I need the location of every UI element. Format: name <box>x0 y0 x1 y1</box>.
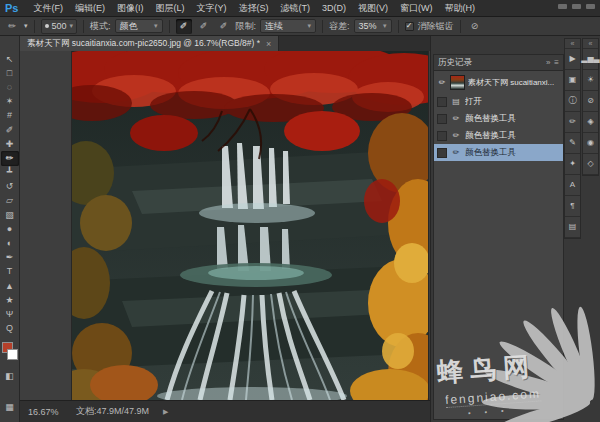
history-step-color-replace-3[interactable]: ✏ 颜色替换工具 <box>434 144 563 161</box>
document-tab-bar: 素材天下网 sucaitianxia.com-pic2650.jpg @ 16.… <box>20 36 430 51</box>
screen-mode-button[interactable]: ▦ <box>1 401 19 415</box>
histogram-panel-button[interactable]: ▂▅▃ <box>583 49 598 70</box>
expand-dock-icon[interactable]: « <box>583 39 598 49</box>
sampling-background-button[interactable]: ✐ <box>216 19 232 34</box>
zoom-tool[interactable]: Q <box>1 322 19 336</box>
menu-type[interactable]: 文字(Y) <box>190 0 232 17</box>
expand-dock-icon[interactable]: « <box>565 39 580 49</box>
menu-layer[interactable]: 图层(L) <box>149 0 190 17</box>
color-replacement-brush-tool[interactable]: ✏ <box>1 151 19 165</box>
tool-preset-picker[interactable]: ✏ <box>4 19 20 34</box>
eyedropper-tool[interactable]: ✐ <box>1 123 19 137</box>
status-flyout-icon[interactable]: ▶ <box>163 408 168 416</box>
clone-source-icon: ▣ <box>569 76 577 84</box>
marquee-tool[interactable]: □ <box>1 66 19 80</box>
history-step-color-replace-2[interactable]: ✏ 颜色替换工具 <box>434 127 563 144</box>
history-source-checkbox[interactable] <box>437 148 447 158</box>
healing-brush-tool[interactable]: ✚ <box>1 137 19 151</box>
shape-tool[interactable]: ★ <box>1 293 19 307</box>
history-panel-tab[interactable]: 历史记录 <box>438 57 472 69</box>
type-tool[interactable]: T <box>1 265 19 279</box>
document-tab[interactable]: 素材天下网 sucaitianxia.com-pic2650.jpg @ 16.… <box>20 36 279 51</box>
document-title: 素材天下网 sucaitianxia.com-pic2650.jpg @ 16.… <box>27 38 260 50</box>
quick-mask-button[interactable]: ◧ <box>1 370 19 384</box>
history-step-label: 颜色替换工具 <box>465 147 516 159</box>
path-selection-tool[interactable]: ▲ <box>1 279 19 293</box>
hand-tool[interactable]: Ψ <box>1 307 19 321</box>
menu-filter[interactable]: 滤镜(T) <box>274 0 316 17</box>
sampling-once-button[interactable]: ✐ <box>196 19 212 34</box>
tool-preset-arrow-icon[interactable]: ▾ <box>24 22 28 30</box>
brush-panel-button[interactable]: ✏ <box>565 112 580 133</box>
blur-tool[interactable]: ● <box>1 222 19 236</box>
minimize-button[interactable] <box>558 4 567 9</box>
chevron-down-icon: ▾ <box>383 22 387 30</box>
menu-select[interactable]: 选择(S) <box>232 0 274 17</box>
color-swatches <box>1 342 19 364</box>
tablet-pressure-button[interactable]: ⊘ <box>467 19 483 34</box>
menu-help[interactable]: 帮助(H) <box>438 0 481 17</box>
paths-panel-button[interactable]: ◇ <box>583 154 598 175</box>
tolerance-select[interactable]: 35% ▾ <box>354 19 392 33</box>
channels-icon: ◉ <box>587 139 594 147</box>
marquee-icon: □ <box>7 69 12 78</box>
canvas-image[interactable] <box>72 51 428 400</box>
menu-view[interactable]: 视图(V) <box>352 0 394 17</box>
layers-panel-button[interactable]: ◈ <box>583 112 598 133</box>
history-step-open[interactable]: ▤ 打开 <box>434 93 563 110</box>
pen-tool[interactable]: ✒ <box>1 251 19 265</box>
channels-panel-button[interactable]: ◉ <box>583 133 598 154</box>
move-icon: ↖ <box>6 55 14 64</box>
separator <box>322 20 323 33</box>
brush-presets-panel-button[interactable]: ✎ <box>565 133 580 154</box>
limits-select[interactable]: 连续 ▾ <box>260 19 316 33</box>
magic-wand-tool[interactable]: ✶ <box>1 95 19 109</box>
maximize-button[interactable] <box>572 4 581 9</box>
tool-options-bar: ✏ ▾ 500 ▾ 模式: 颜色 ▾ ✐ ✐ ✐ 限制: 连续 ▾ 容差: <box>0 17 600 36</box>
menu-window[interactable]: 窗口(W) <box>394 0 439 17</box>
zoom-level-field[interactable]: 16.67% <box>28 407 62 417</box>
clone-stamp-tool[interactable]: ┻ <box>1 166 19 180</box>
canvas-area[interactable] <box>20 51 430 400</box>
crop-tool[interactable]: # <box>1 109 19 123</box>
brush-size-picker[interactable]: 500 ▾ <box>41 19 78 34</box>
menu-edit[interactable]: 编辑(E) <box>69 0 111 17</box>
menu-image[interactable]: 图像(I) <box>111 0 150 17</box>
eraser-tool[interactable]: ▱ <box>1 194 19 208</box>
clone-source-panel-button[interactable]: ▣ <box>565 70 580 91</box>
history-step-color-replace-1[interactable]: ✏ 颜色替换工具 <box>434 110 563 127</box>
info-icon: ⓘ <box>569 97 577 105</box>
background-color-swatch[interactable] <box>7 349 18 360</box>
notes-panel-button[interactable]: ▤ <box>565 217 580 238</box>
dodge-tool[interactable]: ◐ <box>1 236 19 250</box>
collapse-panel-icon[interactable]: » <box>546 58 550 67</box>
menu-3d[interactable]: 3D(D) <box>316 0 352 17</box>
styles-panel-button[interactable]: ⊘ <box>583 91 598 112</box>
menu-file[interactable]: 文件(F) <box>27 0 69 17</box>
tab-close-icon[interactable]: × <box>266 39 271 49</box>
history-source-checkbox[interactable] <box>437 131 447 141</box>
eyedropper-icon: ✐ <box>6 126 14 135</box>
sampling-continuous-button[interactable]: ✐ <box>176 19 192 34</box>
history-source-checkbox[interactable] <box>437 97 447 107</box>
panel-menu-icon[interactable]: ≡ <box>554 58 559 67</box>
adjustments-panel-button[interactable]: ☀ <box>583 70 598 91</box>
actions-panel-button[interactable]: ▶ <box>565 49 580 70</box>
brush-presets-icon: ✎ <box>569 139 576 147</box>
info-panel-button[interactable]: ⓘ <box>565 91 580 112</box>
close-button[interactable] <box>586 4 595 9</box>
character-panel-button[interactable]: A <box>565 175 580 196</box>
antialias-checkbox[interactable]: ✓ <box>405 22 414 31</box>
sampling-once-icon: ✐ <box>200 21 208 31</box>
brush-icon: ✏ <box>450 148 462 157</box>
history-snapshot-row[interactable]: ✏ 素材天下网 sucaitianxi... <box>434 71 563 93</box>
tool-presets-panel-button[interactable]: ✦ <box>565 154 580 175</box>
history-brush-tool[interactable]: ↺ <box>1 180 19 194</box>
move-tool[interactable]: ↖ <box>1 52 19 66</box>
gradient-tool[interactable]: ▧ <box>1 208 19 222</box>
paragraph-panel-button[interactable]: ¶ <box>565 196 580 217</box>
history-source-checkbox[interactable] <box>437 114 447 124</box>
mode-select[interactable]: 颜色 ▾ <box>115 19 163 33</box>
history-source-icon[interactable]: ✏ <box>437 77 447 87</box>
lasso-tool[interactable]: ◌ <box>1 80 19 94</box>
